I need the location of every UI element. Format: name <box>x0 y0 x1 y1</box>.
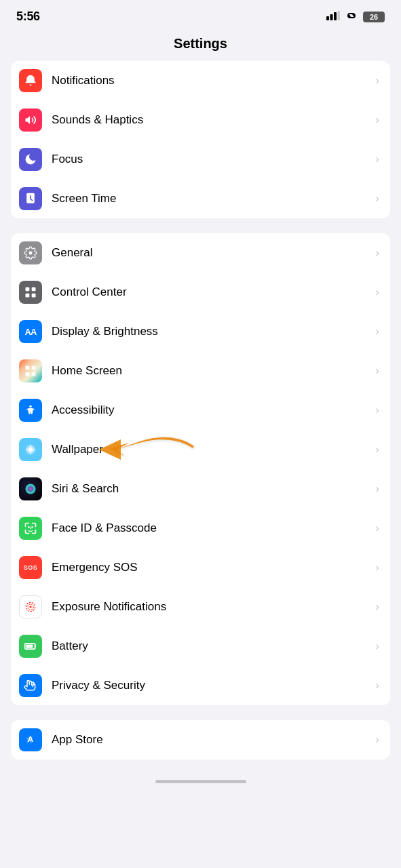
emergency-sos-chevron: › <box>375 561 379 574</box>
accessibility-icon <box>19 399 42 422</box>
svg-rect-1 <box>330 14 333 20</box>
link-icon <box>344 11 359 22</box>
battery-label: Battery <box>52 639 371 653</box>
face-id-chevron: › <box>375 521 379 535</box>
wallpaper-icon <box>19 438 42 461</box>
svg-point-18 <box>26 484 36 494</box>
battery-chevron: › <box>375 639 379 653</box>
siri-search-label: Siri & Search <box>52 482 371 496</box>
svg-rect-9 <box>26 294 30 298</box>
wallpaper-chevron: › <box>375 443 379 456</box>
notifications-label: Notifications <box>52 74 371 87</box>
focus-icon <box>19 148 42 171</box>
status-icons: 26 <box>326 11 385 22</box>
settings-row-wallpaper[interactable]: Wallpaper › <box>11 430 390 469</box>
svg-rect-3 <box>338 11 341 20</box>
notifications-chevron: › <box>375 74 379 87</box>
settings-row-display-brightness[interactable]: AA Display & Brightness › <box>11 312 390 351</box>
control-center-label: Control Center <box>52 285 371 299</box>
svg-point-6 <box>29 252 33 255</box>
home-bar <box>155 780 246 783</box>
focus-chevron: › <box>375 153 379 166</box>
exposure-notifications-label: Exposure Notifications <box>52 600 371 614</box>
svg-rect-7 <box>26 288 30 292</box>
control-center-chevron: › <box>375 285 379 299</box>
screen-time-icon <box>19 187 42 210</box>
sounds-haptics-chevron: › <box>375 113 379 127</box>
app-store-label: App Store <box>52 733 371 747</box>
svg-point-20 <box>31 526 33 528</box>
settings-row-exposure-notifications[interactable]: Exposure Notifications › <box>11 587 390 627</box>
settings-row-control-center[interactable]: Control Center › <box>11 273 390 312</box>
siri-search-icon <box>19 477 42 500</box>
privacy-security-label: Privacy & Security <box>52 679 371 692</box>
svg-rect-8 <box>32 288 36 292</box>
display-brightness-label: Display & Brightness <box>52 325 371 338</box>
emergency-sos-icon: SOS <box>19 556 42 579</box>
privacy-security-chevron: › <box>375 679 379 692</box>
exposure-notifications-icon <box>19 595 42 618</box>
display-brightness-icon: AA <box>19 320 42 343</box>
signal-bars-icon <box>326 11 340 20</box>
home-screen-icon <box>19 359 42 382</box>
settings-row-screen-time[interactable]: Screen Time › <box>11 179 390 218</box>
page-title: Settings <box>0 29 401 61</box>
app-store-icon: A <box>19 728 42 751</box>
svg-text:A: A <box>28 734 34 743</box>
home-indicator <box>0 774 401 791</box>
sounds-haptics-label: Sounds & Haptics <box>52 113 371 127</box>
svg-rect-14 <box>32 372 36 376</box>
status-time: 5:56 <box>16 9 40 24</box>
siri-search-chevron: › <box>375 482 379 496</box>
settings-group-2: General › Control Center › AA Display & … <box>11 233 390 705</box>
settings-row-accessibility[interactable]: Accessibility › <box>11 391 390 430</box>
app-store-chevron: › <box>375 733 379 747</box>
svg-point-23 <box>29 606 31 608</box>
svg-rect-10 <box>32 294 36 298</box>
settings-row-general[interactable]: General › <box>11 233 390 273</box>
svg-rect-0 <box>326 16 329 20</box>
general-chevron: › <box>375 246 379 260</box>
home-screen-label: Home Screen <box>52 364 371 378</box>
settings-row-notifications[interactable]: Notifications › <box>11 61 390 100</box>
status-bar: 5:56 26 <box>0 0 401 29</box>
screen-time-label: Screen Time <box>52 192 371 205</box>
control-center-icon <box>19 281 42 304</box>
signal-icon <box>326 11 340 22</box>
settings-row-home-screen[interactable]: Home Screen › <box>11 351 390 391</box>
settings-row-privacy-security[interactable]: Privacy & Security › <box>11 666 390 705</box>
svg-point-15 <box>29 406 31 408</box>
home-screen-chevron: › <box>375 364 379 378</box>
screen-time-chevron: › <box>375 192 379 205</box>
accessibility-chevron: › <box>375 403 379 417</box>
settings-row-battery[interactable]: Battery › <box>11 627 390 666</box>
emergency-sos-label: Emergency SOS <box>52 561 371 574</box>
focus-label: Focus <box>52 153 371 166</box>
svg-rect-11 <box>26 366 30 370</box>
svg-rect-13 <box>26 372 30 376</box>
general-label: General <box>52 246 371 260</box>
settings-row-app-store[interactable]: A App Store › <box>11 720 390 760</box>
svg-rect-12 <box>32 366 36 370</box>
general-icon <box>19 241 42 264</box>
display-brightness-chevron: › <box>375 325 379 338</box>
sounds-haptics-icon <box>19 108 42 132</box>
svg-marker-4 <box>26 116 31 124</box>
settings-row-emergency-sos[interactable]: SOS Emergency SOS › <box>11 548 390 587</box>
face-id-icon <box>19 517 42 540</box>
battery-indicator: 26 <box>363 12 385 22</box>
svg-point-16 <box>29 448 33 452</box>
settings-row-focus[interactable]: Focus › <box>11 140 390 179</box>
exposure-notifications-chevron: › <box>375 600 379 614</box>
wallpaper-label: Wallpaper <box>52 443 371 456</box>
settings-row-sounds-haptics[interactable]: Sounds & Haptics › <box>11 100 390 140</box>
settings-group-3: A App Store › <box>11 720 390 760</box>
svg-rect-2 <box>334 12 337 20</box>
face-id-label: Face ID & Passcode <box>52 521 371 535</box>
svg-rect-25 <box>26 645 33 648</box>
settings-group-1: Notifications › Sounds & Haptics › Focus… <box>11 61 390 218</box>
privacy-security-icon <box>19 674 42 697</box>
settings-row-face-id[interactable]: Face ID & Passcode › <box>11 509 390 548</box>
svg-point-19 <box>28 526 30 528</box>
settings-row-siri-search[interactable]: Siri & Search › <box>11 469 390 509</box>
